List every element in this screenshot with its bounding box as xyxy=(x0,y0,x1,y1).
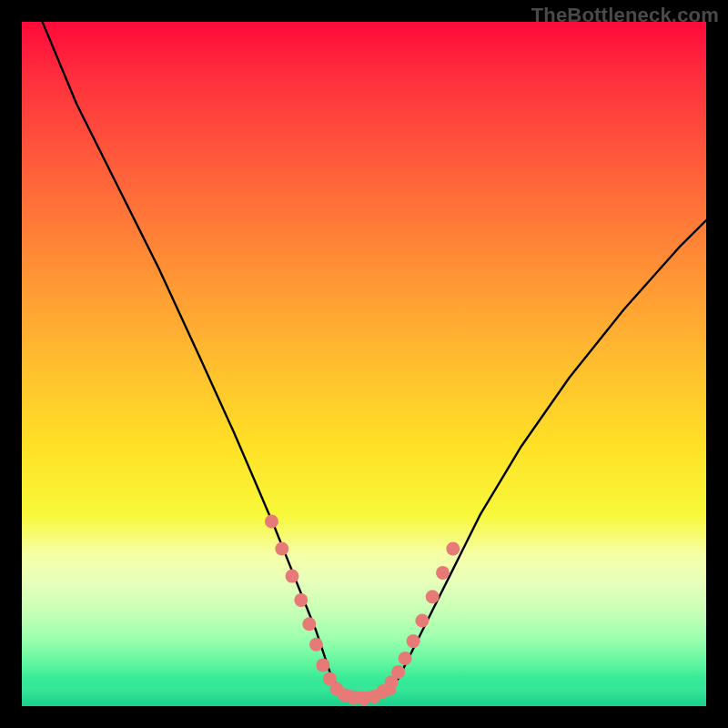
curve-marker xyxy=(426,590,440,603)
curve-marker xyxy=(302,617,316,631)
chart-frame: TheBottleneck.com xyxy=(0,0,728,728)
curve-marker xyxy=(316,658,329,672)
curve-marker xyxy=(265,515,278,529)
curve-marker xyxy=(309,638,323,652)
curve-marker xyxy=(286,570,299,583)
curve-marker xyxy=(446,542,460,556)
curve-marker xyxy=(275,542,288,556)
plot-area xyxy=(22,22,706,706)
watermark-text: TheBottleneck.com xyxy=(531,4,719,27)
curve-marker xyxy=(391,665,405,679)
bottleneck-curve xyxy=(22,22,706,706)
curve-marker xyxy=(415,614,429,628)
curve-marker xyxy=(399,652,412,665)
curve-marker xyxy=(436,566,450,580)
curve-marker xyxy=(407,634,420,648)
curve-path xyxy=(43,22,706,700)
curve-marker xyxy=(294,593,308,607)
